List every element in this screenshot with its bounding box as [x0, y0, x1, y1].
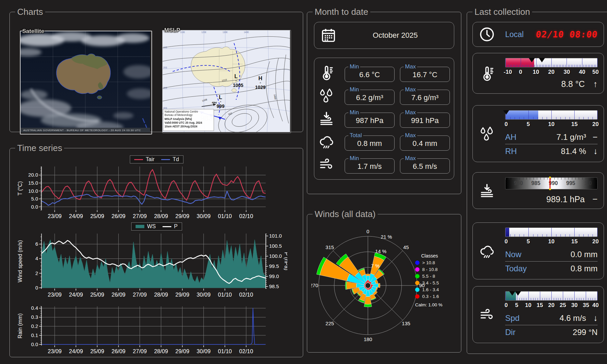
divider	[505, 325, 598, 325]
mslp-image-label: MSLP	[164, 27, 180, 34]
svg-text:0.3: 0.3	[31, 314, 38, 320]
stat-cell: Max16.7 °C	[400, 63, 450, 82]
svg-text:40S: 40S	[163, 107, 167, 109]
svg-text:100.5: 100.5	[269, 243, 282, 249]
svg-text:×: ×	[235, 79, 237, 82]
temperature-dewpoint-chart: 0.05.010.015.020.0T (°C)23/0924/0925/092…	[15, 164, 287, 222]
svg-text:6: 6	[35, 241, 38, 247]
satellite-image: Satellite	[20, 31, 152, 134]
svg-text:0.1: 0.1	[31, 332, 38, 338]
svg-text:315: 315	[325, 244, 334, 250]
svg-text:01/10: 01/10	[218, 213, 232, 219]
rain-card: 05101520 Now 0.0 mm Today 0.8 mm	[472, 222, 604, 279]
clock-icon	[479, 26, 495, 42]
rain-now-row: Now 0.0 mm	[505, 248, 598, 261]
stat-cell: Min987 hPa	[345, 109, 395, 128]
stat-cell: Min6.6 °C	[345, 63, 395, 82]
time-series-panel-title: Time series	[15, 143, 64, 153]
svg-text:120E: 120E	[201, 31, 207, 33]
thermometer-icon	[318, 65, 335, 81]
svg-text:29/09: 29/09	[175, 348, 189, 354]
svg-text:Valid:0000 UTC 20 Aug. 2024: Valid:0000 UTC 20 Aug. 2024	[165, 121, 202, 124]
rain-gauge: 05101520	[505, 228, 598, 246]
svg-text:29/09: 29/09	[175, 292, 189, 298]
svg-text:02/10: 02/10	[239, 348, 253, 354]
svg-text:Bureau of Meteorology: Bureau of Meteorology	[165, 114, 193, 117]
svg-text:100.0: 100.0	[269, 253, 282, 259]
thermometer-icon	[479, 65, 495, 82]
pressure-gauge: 9809859909951,0	[505, 177, 598, 189]
svg-text:25/09: 25/09	[90, 348, 104, 354]
svg-text:21 %: 21 %	[381, 234, 392, 240]
svg-text:0.0: 0.0	[31, 204, 38, 210]
divider	[505, 261, 598, 262]
legend-class-item: 3.4 - 5.5	[415, 280, 455, 285]
month-to-date-title: Month to date	[313, 7, 370, 17]
absolute-humidity-row: AH 7.1 g/m³ −	[505, 130, 598, 144]
svg-text:H: H	[258, 75, 262, 81]
stat-cell: Total0.8 mm	[345, 132, 395, 151]
rh-trend-down-icon: ↓	[586, 146, 598, 156]
svg-text:101.0: 101.0	[269, 233, 282, 239]
svg-text:2: 2	[35, 270, 38, 276]
wind-icon	[318, 156, 335, 173]
rain-cloud-icon	[479, 243, 495, 259]
temperature-chart-legend: Tair Td	[15, 155, 299, 163]
legend-class-item: 5.5 - 8	[415, 274, 455, 279]
svg-text:T (°C): T (°C)	[17, 181, 23, 196]
temperature-value-row: 8.8 °C ↑	[505, 79, 598, 89]
stat-cell: Max0.4 mm	[400, 132, 450, 151]
svg-text:10am AEST 20/Aug./2024: 10am AEST 20/Aug./2024	[165, 125, 198, 128]
svg-text:02/10: 02/10	[239, 213, 253, 219]
rain-today-row: Today 0.8 mm	[505, 262, 598, 275]
svg-text:110E: 110E	[180, 31, 185, 33]
stat-row-temperature: Min6.6 °C Max16.7 °C	[318, 63, 450, 82]
svg-text:135: 135	[402, 321, 410, 326]
stat-row-rain: Total0.8 mm Max0.4 mm	[318, 132, 450, 151]
local-time-card: Local 02/10 08:00	[472, 22, 604, 47]
svg-text:25/09: 25/09	[90, 292, 104, 298]
temperature-trend-up-icon: ↑	[586, 79, 598, 89]
svg-text:28/09: 28/09	[154, 348, 168, 354]
calendar-icon	[320, 27, 337, 43]
winds-panel: Winds (all data) 045901351802252703157 %…	[307, 209, 461, 353]
droplets-icon	[479, 126, 495, 142]
satellite-image-graphic: AUSTRALIAN GOVERNMENT - BUREAU OF METEOR…	[21, 31, 150, 132]
svg-text:30/09: 30/09	[197, 292, 210, 298]
pressure-icon	[479, 183, 495, 199]
rain-cloud-icon	[318, 133, 335, 150]
pressure-value: 989.1 hPa	[546, 194, 585, 204]
svg-text:180: 180	[364, 336, 372, 342]
legend-class-item: 1.6 - 3.4	[415, 287, 455, 292]
pressure-trend-steady-icon: −	[586, 194, 598, 205]
svg-text:20.0: 20.0	[28, 172, 38, 178]
charts-panel: Charts Satellite	[9, 7, 303, 132]
relative-humidity-row: RH 81.4 % ↓	[505, 145, 598, 158]
svg-text:24/09: 24/09	[69, 348, 83, 354]
humidity-gauge: 05101520	[505, 110, 598, 128]
svg-text:225: 225	[325, 321, 334, 326]
svg-text:30/09: 30/09	[197, 213, 210, 219]
svg-text:7 %: 7 %	[371, 263, 379, 269]
svg-text:0.4: 0.4	[31, 305, 38, 311]
svg-text:1005: 1005	[233, 83, 243, 88]
svg-text:×: ×	[220, 100, 222, 103]
svg-text:26/09: 26/09	[112, 348, 125, 354]
wind-icon	[479, 307, 495, 323]
svg-text:0: 0	[35, 285, 38, 291]
svg-text:28/09: 28/09	[154, 213, 168, 219]
svg-text:5.0: 5.0	[31, 196, 38, 202]
svg-text:29/09: 29/09	[175, 213, 189, 219]
svg-text:Rain (mm): Rain (mm)	[17, 313, 23, 339]
local-time-value: 02/10 08:00	[535, 29, 598, 39]
svg-text:1029: 1029	[255, 85, 265, 90]
stat-cell: Min6.2 g/m³	[345, 86, 395, 105]
svg-text:99.0: 99.0	[269, 273, 279, 279]
svg-text:28/09: 28/09	[154, 292, 168, 298]
svg-text:40kt: 40kt	[212, 101, 217, 104]
local-time-label: Local	[505, 30, 524, 39]
time-series-panel: Time series Tair Td 0.05.010.015.020.0T …	[9, 143, 303, 357]
svg-text:L: L	[219, 94, 222, 100]
divider	[505, 144, 598, 144]
legend-item-tair: Tair	[134, 156, 154, 162]
